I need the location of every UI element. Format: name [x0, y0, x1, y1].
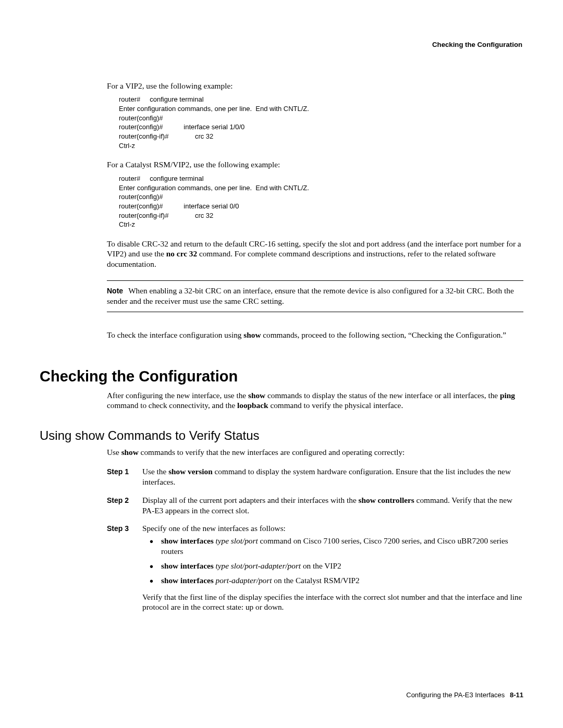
verify-para: Verify that the first line of the displa…: [142, 592, 523, 612]
step-row: Step 3 Specify one of the new interfaces…: [107, 523, 523, 616]
no-crc-cmd: no crc 32: [166, 249, 197, 258]
step-pre: Use the: [142, 467, 168, 476]
bullet-rest: on the Catalyst RSM/VIP2: [272, 576, 359, 585]
bullet-italic: port-adapter/port: [214, 576, 272, 585]
after-b2: ping: [500, 391, 515, 400]
note-label: Note: [107, 287, 123, 295]
bullet-bold: show interfaces: [161, 561, 214, 570]
step-row: Step 2 Display all of the current port a…: [107, 495, 523, 516]
after-4: command to verify the physical interface…: [268, 401, 403, 410]
step-body: Specify one of the new interfaces as fol…: [142, 523, 523, 616]
vip2-code-block: router# configure terminal Enter configu…: [119, 95, 523, 150]
step-body: Display all of the current port adapters…: [142, 495, 523, 516]
after-b1: show: [248, 391, 265, 400]
section-heading: Checking the Configuration: [40, 368, 523, 385]
sub-lead-1: Use: [107, 448, 121, 456]
after-2: commands to display the status of the ne…: [265, 391, 500, 400]
bullet-italic: type slot/port-adapter/port: [214, 561, 301, 570]
running-header: Checking the Configuration: [40, 41, 523, 48]
step-pre: Display all of the current port adapters…: [142, 496, 359, 504]
after-para: After configuring the new interface, use…: [107, 390, 523, 411]
bullet-item: show interfaces port-adapter/port on the…: [150, 575, 523, 586]
bullet-bold: show interfaces: [161, 536, 214, 545]
footer-page: 8-11: [510, 691, 523, 699]
sub-lead-2: commands to verify that the new interfac…: [139, 448, 405, 456]
subsection-heading: Using show Commands to Verify Status: [40, 428, 523, 443]
after-1: After configuring the new interface, use…: [107, 391, 248, 400]
check-para: To check the interface configuration usi…: [107, 330, 523, 340]
bullet-italic: type slot/port: [214, 536, 258, 545]
disable-para: To disable CRC-32 and return to the defa…: [107, 239, 523, 269]
bullet-item: show interfaces type slot/port command o…: [150, 536, 523, 557]
note-block: NoteWhen enabling a 32-bit CRC on an int…: [107, 280, 523, 312]
sub-lead-b: show: [121, 448, 139, 456]
note-text: When enabling a 32-bit CRC on an interfa…: [107, 286, 514, 305]
check-text-2: commands, proceed to the following secti…: [261, 330, 506, 339]
after-3: command to check connectivity, and the: [107, 401, 237, 410]
bullet-list: show interfaces type slot/port command o…: [150, 536, 523, 586]
bullet-rest: on the VIP2: [301, 561, 341, 570]
subsection-body: Use show commands to verify that the new…: [107, 447, 523, 616]
step-label: Step 2: [107, 495, 142, 516]
after-b3: loopback: [237, 401, 268, 410]
step-label: Step 3: [107, 523, 142, 616]
step-label: Step 1: [107, 466, 142, 487]
page: Checking the Configuration For a VIP2, u…: [0, 0, 563, 728]
footer: Configuring the PA-E3 Interfaces 8-11: [406, 691, 523, 699]
catalyst-code-block: router# configure terminal Enter configu…: [119, 174, 523, 229]
sub-lead: Use show commands to verify that the new…: [107, 447, 523, 457]
catalyst-lead: For a Catalyst RSM/VIP2, use the followi…: [107, 159, 523, 169]
show-cmd: show: [243, 330, 261, 339]
check-text-1: To check the interface configuration usi…: [107, 330, 243, 339]
step-bold: show controllers: [359, 496, 414, 504]
step-body: Use the show version command to display …: [142, 466, 523, 487]
body-column: For a VIP2, use the following example: r…: [107, 81, 523, 340]
step-bold: show version: [168, 467, 213, 476]
step-pre: Specify one of the new interfaces as fol…: [142, 524, 286, 533]
step-row: Step 1 Use the show version command to d…: [107, 466, 523, 487]
bullet-item: show interfaces type slot/port-adapter/p…: [150, 561, 523, 571]
bullet-bold: show interfaces: [161, 576, 214, 585]
vip2-lead: For a VIP2, use the following example:: [107, 81, 523, 91]
section-body: After configuring the new interface, use…: [107, 390, 523, 411]
footer-chapter: Configuring the PA-E3 Interfaces: [406, 691, 505, 699]
